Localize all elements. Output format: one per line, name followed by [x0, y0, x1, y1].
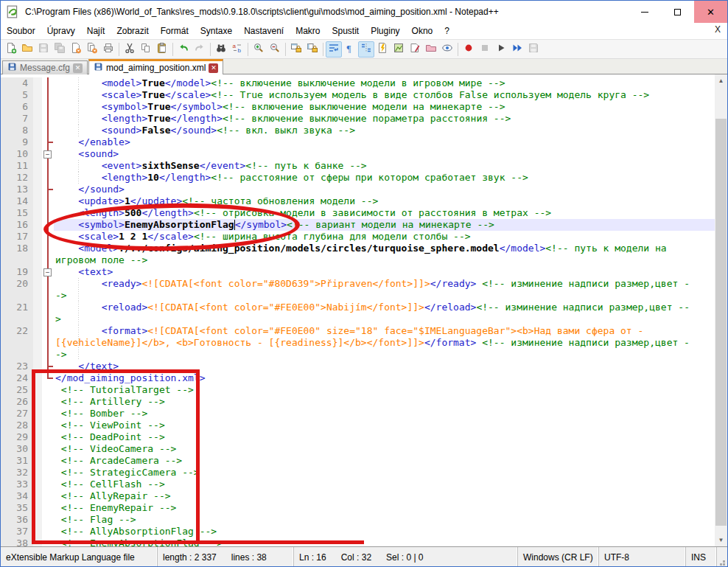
code-text-area[interactable]: </sound>: [54, 184, 716, 195]
code-text-area[interactable]: <!-- AllyAbsorptionFlag -->: [54, 526, 716, 538]
menu-item-pravy[interactable]: Úpravy: [41, 24, 81, 38]
scroll-up-icon[interactable]: ▲: [715, 74, 727, 87]
code-line-9[interactable]: 9 </enable>: [1, 136, 716, 148]
code-line-16[interactable]: 16 <symbol>EnemyAbsorptionFlag</symbol><…: [1, 219, 716, 231]
monitoring-button[interactable]: [439, 41, 455, 58]
code-text-area[interactable]: <!-- Bomber -->: [54, 408, 716, 420]
code-text-area[interactable]: </mod_aiming_position.xml>: [54, 372, 716, 384]
copy-button[interactable]: [138, 41, 154, 58]
code-line-30[interactable]: 30 <!-- VideoCamera -->: [1, 443, 716, 455]
macro-run-multiple-button[interactable]: [509, 41, 525, 58]
code-line-15[interactable]: 15 <length>500</length><!-- отрисовка мо…: [1, 207, 716, 219]
code-text-area[interactable]: <!-- TutorialTarget -->: [54, 384, 716, 396]
code-line-33[interactable]: 33 <!-- CellFlash -->: [1, 479, 716, 490]
code-text-area[interactable]: <!-- Flag -->: [54, 514, 716, 526]
fold-collapse-icon[interactable]: −: [43, 150, 52, 159]
function-list-button[interactable]: [374, 41, 391, 58]
save-button[interactable]: [35, 41, 52, 58]
code-text-area[interactable]: <scale>1 2 1</scale><!-- ширина высота г…: [54, 231, 716, 243]
editor[interactable]: 4 <model>True</model><!-- включение выкл…: [1, 74, 727, 546]
menu-item-syntaxe[interactable]: Syntaxe: [195, 24, 238, 38]
zoom-out-button[interactable]: [267, 41, 283, 58]
code-line-28[interactable]: 28 <!-- ViewPoint -->: [1, 420, 716, 431]
code-line-36[interactable]: 36 <!-- Flag -->: [1, 514, 716, 526]
macro-record-button[interactable]: [461, 41, 477, 58]
vertical-scrollbar[interactable]: ▲ ▼: [715, 74, 727, 546]
code-line-38[interactable]: 38 <!-- EnemyAbsorptionFlag -->: [1, 538, 716, 546]
macro-play-button[interactable]: [493, 41, 509, 58]
code-line-27[interactable]: 27 <!-- Bomber -->: [1, 408, 716, 420]
code-line-20[interactable]: 20 <ready><![CDATA[<font color="#80D639"…: [1, 278, 716, 302]
code-line-19[interactable]: 19− <text>: [1, 266, 716, 278]
code-line-7[interactable]: 7 <length>True</length><!-- включение вы…: [1, 113, 716, 125]
code-text-area[interactable]: <!-- DeadPoint -->: [54, 431, 716, 443]
code-text-area[interactable]: <!-- ViewPoint -->: [54, 420, 716, 431]
code-line-37[interactable]: 37 <!-- AllyAbsorptionFlag -->: [1, 526, 716, 538]
code-line-11[interactable]: 11 <event>sixthSense</event><!-- путь к …: [1, 160, 716, 172]
new-file-button[interactable]: [3, 41, 19, 58]
code-text-area[interactable]: <model>True</model><!-- включение выключ…: [54, 77, 716, 89]
code-text-area[interactable]: <scale>True</scale><!-- True используем …: [54, 89, 716, 101]
close-document-icon[interactable]: X: [715, 24, 721, 35]
find-button[interactable]: [213, 41, 229, 58]
code-line-34[interactable]: 34 <!-- AllyRepair -->: [1, 490, 716, 502]
tab-mod-aiming-position-xml[interactable]: mod_aiming_position.xml✕: [88, 59, 223, 74]
menu-item-najt[interactable]: Najít: [81, 24, 111, 38]
code-text-area[interactable]: <!-- Artillery -->: [54, 396, 716, 408]
menu-item-soubor[interactable]: Soubor: [1, 24, 41, 38]
code-text-area[interactable]: <length>True</length><!-- включение выкл…: [54, 113, 716, 125]
resize-grip[interactable]: [723, 563, 725, 566]
minimize-button[interactable]: [628, 1, 661, 23]
code-text-area[interactable]: <sound>False</sound><!-- вкл. выкл звука…: [54, 125, 716, 136]
code-line-22[interactable]: 22 <format><![CDATA[<font color="#FE0E00…: [1, 325, 716, 361]
code-text-area[interactable]: <length>500</length><!-- отрисовка модел…: [54, 207, 716, 219]
code-line-14[interactable]: 14 <update>1</update><!-- частота обновл…: [1, 195, 716, 207]
menu-item-zobrazit[interactable]: Zobrazit: [111, 24, 154, 38]
menu-item-makro[interactable]: Makro: [290, 24, 326, 38]
cut-button[interactable]: [122, 41, 138, 58]
code-text-area[interactable]: <!-- StrategicCamera -->: [54, 467, 716, 479]
code-line-35[interactable]: 35 <!-- EnemyRepair -->: [1, 502, 716, 514]
replace-button[interactable]: ab: [229, 41, 245, 58]
close-file-button[interactable]: [68, 41, 84, 58]
tab-message-cfg[interactable]: Message.cfg✕: [2, 60, 88, 74]
menu-item-nastaven[interactable]: Nastavení: [238, 24, 290, 38]
code-line-12[interactable]: 12 <length>10</length><!-- расстояние от…: [1, 172, 716, 184]
code-text-area[interactable]: <text>: [54, 266, 716, 278]
code-text-area[interactable]: </enable>: [54, 136, 716, 148]
code-text-area[interactable]: <reload><![CDATA[<font color="#FE0E00">N…: [54, 302, 716, 325]
code-line-5[interactable]: 5 <scale>True</scale><!-- True используе…: [1, 89, 716, 101]
code-line-8[interactable]: 8 <sound>False</sound><!-- вкл. выкл зву…: [1, 125, 716, 136]
code-line-29[interactable]: 29 <!-- DeadPoint -->: [1, 431, 716, 443]
code-line-26[interactable]: 26 <!-- Artillery -->: [1, 396, 716, 408]
open-file-button[interactable]: [19, 41, 35, 58]
fold-collapse-icon[interactable]: −: [43, 268, 52, 276]
menu-item-?[interactable]: ?: [438, 24, 455, 38]
code-line-6[interactable]: 6 <symbol>True</symbol><!-- включение вы…: [1, 101, 716, 113]
sync-vertical-button[interactable]: [288, 41, 304, 58]
code-text-area[interactable]: <symbol>EnemyAbsorptionFlag</symbol><!--…: [54, 219, 716, 231]
show-all-characters-button[interactable]: ¶: [342, 41, 358, 58]
code-line-23[interactable]: 23 </text>: [1, 361, 716, 372]
menu-item-spustit[interactable]: Spustit: [326, 24, 365, 38]
code-text-area[interactable]: <!-- CellFlash -->: [54, 479, 716, 490]
code-text-area[interactable]: <length>10</length><!-- расстояние от сф…: [54, 172, 716, 184]
code-text-area[interactable]: <symbol>True</symbol><!-- включение выкл…: [54, 101, 716, 113]
sync-horizontal-button[interactable]: [304, 41, 321, 58]
word-wrap-button[interactable]: [326, 41, 342, 58]
close-button[interactable]: ✕: [694, 1, 727, 23]
indent-guide-button[interactable]: [358, 41, 374, 58]
code-line-21[interactable]: 21 <reload><![CDATA[<font color="#FE0E00…: [1, 302, 716, 325]
code-text-area[interactable]: <sound>: [54, 148, 716, 160]
code-line-25[interactable]: 25 <!-- TutorialTarget -->: [1, 384, 716, 396]
macro-stop-button[interactable]: [477, 41, 493, 58]
code-text-area[interactable]: <!-- EnemyRepair -->: [54, 502, 716, 514]
maximize-button[interactable]: [661, 1, 694, 23]
code-line-32[interactable]: 32 <!-- StrategicCamera -->: [1, 467, 716, 479]
code-text-area[interactable]: <!-- ArcadeCamera -->: [54, 455, 716, 467]
macro-save-button[interactable]: [525, 41, 542, 58]
zoom-in-button[interactable]: [251, 41, 267, 58]
document-map-button[interactable]: [391, 41, 407, 58]
code-text-area[interactable]: <!-- AllyRepair -->: [54, 490, 716, 502]
code-text-area[interactable]: <update>1</update><!-- частота обновлени…: [54, 195, 716, 207]
